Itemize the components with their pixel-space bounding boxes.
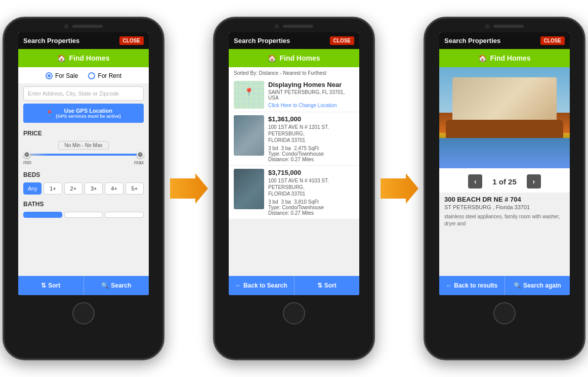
- phone-2-bottom-bar: ← Back to Search ⇅ Sort: [229, 276, 359, 295]
- beds-label: BEDS: [18, 167, 149, 180]
- header-title-2: Search Properties: [234, 37, 290, 44]
- beds-row: Any 1+ 2+ 3+ 4+ 5+: [18, 180, 149, 197]
- map-thumbnail: 📍: [234, 81, 264, 109]
- baths-row: [18, 210, 149, 220]
- nav-controls: ‹ 1 of 25 ›: [439, 168, 570, 193]
- listing-addr-1: 100 1ST AVE N # 1201 ST. PETERSBURG, FLO…: [268, 124, 354, 144]
- gps-button[interactable]: 📍 Use GPS Location (GPS services must be…: [23, 104, 144, 123]
- phone-3-screen: Search Properties CLOSE 🏠 Find Homes ‹ 1: [439, 32, 570, 295]
- listing-price-2: $3,715,000: [268, 169, 354, 176]
- find-homes-button-2[interactable]: 🏠 Find Homes: [229, 49, 359, 67]
- for-rent-radio-circle: [88, 72, 95, 79]
- svg-marker-1: [381, 173, 418, 204]
- close-button-2[interactable]: CLOSE: [330, 36, 354, 45]
- app-header-3: Search Properties CLOSE: [439, 32, 570, 49]
- home-icon-3: 🏠: [478, 54, 487, 62]
- price-slider-min[interactable]: [23, 151, 30, 158]
- search-button-1[interactable]: 🔍 Search: [83, 276, 149, 295]
- bath-btn-2[interactable]: [105, 212, 144, 218]
- prev-button[interactable]: ‹: [468, 174, 482, 188]
- bed-btn-any[interactable]: Any: [23, 182, 41, 195]
- phone-2: Search Properties CLOSE 🏠 Find Homes Sor…: [213, 17, 375, 360]
- close-button-1[interactable]: CLOSE: [119, 36, 144, 45]
- arrow-1: [169, 171, 209, 206]
- sort-button-2[interactable]: ⇅ Sort: [294, 276, 360, 295]
- back-icon-3: ←: [446, 282, 452, 289]
- location-info: Displaying Homes Near SAINT PETERSBURG, …: [268, 81, 354, 109]
- speaker-3: [493, 25, 524, 28]
- listing-card-1[interactable]: $1,361,000 100 1ST AVE N # 1201 ST. PETE…: [229, 112, 359, 166]
- listing-card-2[interactable]: $3,715,000 100 1ST AVE N # 4103 ST. PETE…: [229, 166, 359, 219]
- for-rent-radio[interactable]: For Rent: [88, 72, 121, 79]
- arrow-2: [379, 171, 419, 206]
- find-homes-button-3[interactable]: 🏠 Find Homes: [439, 49, 570, 67]
- phone-3-bottom: [425, 295, 584, 329]
- listing-info-1: $1,361,000 100 1ST AVE N # 1201 ST. PETE…: [268, 115, 354, 162]
- slider-labels: min max: [23, 160, 144, 165]
- property-roof: [446, 120, 563, 140]
- close-button-3[interactable]: CLOSE: [540, 36, 565, 45]
- location-link[interactable]: Click Here to Change Location: [268, 103, 354, 108]
- phone-2-top-bar: [215, 18, 373, 32]
- back-to-search-button[interactable]: ← Back to Search: [229, 276, 294, 295]
- pin-icon: 📍: [46, 110, 53, 117]
- header-title-1: Search Properties: [23, 37, 79, 44]
- for-sale-radio[interactable]: For Sale: [46, 72, 78, 79]
- bath-btn-any[interactable]: [23, 212, 62, 218]
- phone-1: Search Properties CLOSE 🏠 Find Homes For…: [3, 17, 164, 360]
- phone-2-bottom: [215, 295, 373, 329]
- bath-btn-1[interactable]: [64, 212, 103, 218]
- home-button-3[interactable]: [493, 302, 516, 324]
- listing-details-1: 3 bd 3 ba 2,475 SqFt Type: Condo/Townhou…: [268, 146, 354, 162]
- for-sale-radio-circle: [46, 72, 53, 79]
- listing-addr-2: 100 1ST AVE N # 4103 ST. PETERSBURG, FLO…: [268, 177, 354, 197]
- bed-btn-4[interactable]: 4+: [105, 182, 123, 195]
- camera-icon: [64, 24, 68, 28]
- sort-icon-2: ⇅: [317, 282, 322, 289]
- search-again-button[interactable]: 🔍 Search again: [505, 276, 570, 295]
- location-sub: SAINT PETERSBURG, FL 33701, USA: [268, 89, 354, 101]
- listing-thumb-1: [234, 115, 264, 156]
- listing-thumb-2: [234, 169, 264, 209]
- find-homes-button-1[interactable]: 🏠 Find Homes: [18, 49, 149, 67]
- home-button-1[interactable]: [72, 302, 95, 324]
- phone-3: Search Properties CLOSE 🏠 Find Homes ‹ 1: [424, 17, 585, 360]
- price-slider-area: No Min - No Max min max: [18, 139, 149, 167]
- address-input[interactable]: Enter Address, City, State or Zipcode: [23, 86, 144, 101]
- back-to-results-button[interactable]: ← Back to results: [439, 276, 505, 295]
- location-card: 📍 Displaying Homes Near SAINT PETERSBURG…: [229, 78, 359, 112]
- listing-price-1: $1,361,000: [268, 115, 354, 123]
- price-slider-max[interactable]: [137, 151, 144, 158]
- camera-icon-2: [275, 24, 279, 28]
- bed-btn-1[interactable]: 1+: [44, 182, 62, 195]
- home-icon-1: 🏠: [57, 54, 66, 62]
- phone-3-top-bar: [425, 18, 584, 32]
- price-range-label: No Min - No Max: [58, 141, 109, 150]
- speaker: [72, 25, 103, 28]
- header-title-3: Search Properties: [444, 37, 500, 44]
- listing-info-2: $3,715,000 100 1ST AVE N # 4103 ST. PETE…: [268, 169, 354, 216]
- map-pin-icon: 📍: [244, 87, 254, 97]
- nav-count: 1 of 25: [492, 177, 517, 186]
- camera-icon-3: [485, 24, 489, 28]
- price-slider-track[interactable]: [23, 154, 144, 156]
- phone-1-top-bar: [4, 18, 163, 32]
- speaker-2: [283, 25, 313, 28]
- phone-2-screen: Search Properties CLOSE 🏠 Find Homes Sor…: [229, 32, 359, 295]
- location-title: Displaying Homes Near: [268, 81, 354, 88]
- phone-1-bottom: [4, 295, 163, 329]
- property-sub: ST PETERSBURG , Florida 33701: [439, 204, 570, 213]
- property-title: 300 BEACH DR NE # 704: [439, 193, 570, 204]
- search-again-icon: 🔍: [514, 282, 521, 289]
- scene: Search Properties CLOSE 🏠 Find Homes For…: [0, 0, 588, 377]
- sort-button-1[interactable]: ⇅ Sort: [18, 276, 83, 295]
- app-header-2: Search Properties CLOSE: [229, 32, 359, 49]
- search-icon-1: 🔍: [101, 282, 109, 289]
- bed-btn-2[interactable]: 2+: [64, 182, 82, 195]
- next-button[interactable]: ›: [527, 174, 541, 188]
- bed-btn-3[interactable]: 3+: [85, 182, 103, 195]
- sort-icon-1: ⇅: [41, 282, 46, 289]
- home-button-2[interactable]: [283, 302, 305, 324]
- bed-btn-5[interactable]: 5+: [125, 182, 144, 195]
- phone-1-screen: Search Properties CLOSE 🏠 Find Homes For…: [18, 32, 149, 295]
